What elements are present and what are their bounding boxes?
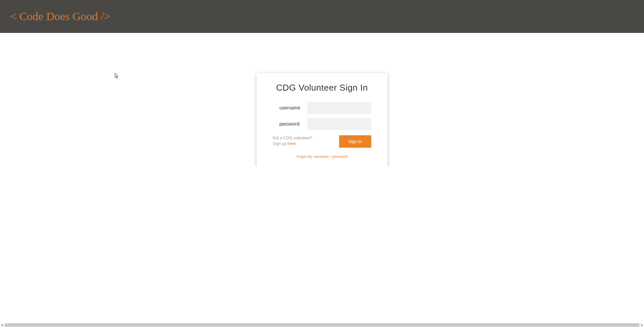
signup-link[interactable]: here [287, 141, 296, 146]
password-row: password [273, 118, 371, 130]
signin-title: CDG Volunteer Sign In [273, 83, 371, 93]
signin-button[interactable]: Sign In [339, 135, 371, 148]
signup-prompt: Not a CDG volunteer? Sign up here [273, 135, 312, 147]
username-row: username [273, 102, 371, 114]
username-input[interactable] [307, 102, 371, 114]
password-label: password [273, 121, 307, 127]
site-title: < Code Does Good /> [10, 10, 110, 23]
signin-card: CDG Volunteer Sign In username password … [257, 73, 387, 167]
signup-prompt-prefix: Sign up [273, 141, 287, 146]
forgot-link[interactable]: forgot my username / password [297, 154, 347, 159]
forgot-row: forgot my username / password [273, 153, 371, 159]
main-content: CDG Volunteer Sign In username password … [0, 33, 644, 167]
action-row: Not a CDG volunteer? Sign up here Sign I… [273, 135, 371, 148]
username-label: username [273, 105, 307, 110]
password-input[interactable] [307, 118, 371, 130]
header: < Code Does Good /> [0, 0, 644, 33]
signup-prompt-line1: Not a CDG volunteer? [273, 136, 312, 140]
